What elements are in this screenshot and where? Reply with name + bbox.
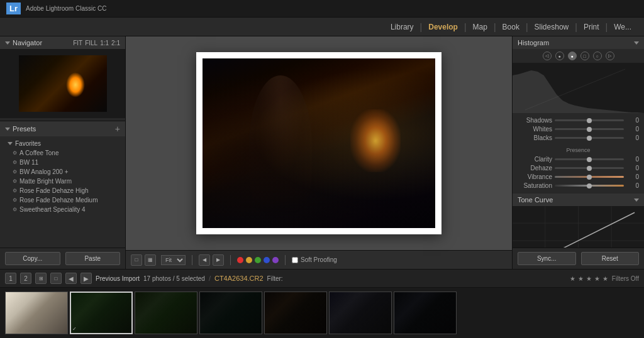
preset-icon-6: ⚙ bbox=[13, 197, 17, 203]
purple-label-dot[interactable] bbox=[272, 257, 279, 263]
tone-curve-header[interactable]: Tone Curve bbox=[513, 194, 644, 206]
preset-icon-3: ⚙ bbox=[13, 169, 17, 175]
histogram-header[interactable]: Histogram bbox=[513, 36, 644, 49]
zoom-fill[interactable]: FILL bbox=[85, 40, 97, 46]
toolbar-sep-1 bbox=[192, 255, 192, 265]
blue-label-dot[interactable] bbox=[264, 257, 270, 263]
clarity-slider[interactable] bbox=[555, 158, 624, 160]
histogram-area bbox=[513, 63, 644, 113]
filmstrip-thumb-3[interactable] bbox=[135, 292, 197, 334]
filmstrip-next-btn[interactable]: ▶ bbox=[80, 273, 92, 284]
zoom-2-1[interactable]: 2:1 bbox=[111, 40, 120, 46]
main-area: Navigator FIT FILL 1:1 2:1 Presets bbox=[0, 36, 644, 269]
green-label-dot[interactable] bbox=[255, 257, 261, 263]
presets-add-icon[interactable]: + bbox=[115, 124, 120, 134]
saturation-row: Saturation 0 bbox=[518, 182, 639, 189]
reset-button[interactable]: Reset bbox=[581, 252, 640, 265]
nav-slideshow[interactable]: Slideshow bbox=[528, 18, 575, 36]
vibrance-label: Vibrance bbox=[518, 173, 552, 180]
blacks-slider[interactable] bbox=[555, 137, 624, 139]
filter-star-1[interactable]: ★ bbox=[570, 275, 575, 282]
preset-icon: ⚙ bbox=[13, 150, 17, 156]
filmstrip-loupe-btn[interactable]: □ bbox=[50, 273, 62, 284]
preset-name-2: BW 11 bbox=[19, 159, 38, 166]
presets-header[interactable]: Presets + bbox=[0, 121, 125, 136]
filmstrip-thumb-4[interactable] bbox=[199, 292, 262, 334]
preset-rose-medium[interactable]: ⚙ Rose Fade Dehaze Medium bbox=[0, 195, 125, 205]
filter-star-3[interactable]: ★ bbox=[586, 275, 592, 282]
yellow-label-dot[interactable] bbox=[246, 257, 252, 263]
preset-bw11[interactable]: ⚙ BW 11 bbox=[0, 158, 125, 167]
filmstrip: ✓ bbox=[0, 288, 644, 338]
prev-photo-btn[interactable]: ◀ bbox=[199, 254, 210, 266]
main-photo-frame bbox=[196, 52, 441, 234]
zoom-select[interactable]: Fit Fill 1:1 bbox=[161, 255, 186, 265]
preset-matte-bright[interactable]: ⚙ Matte Bright Warm bbox=[0, 177, 125, 186]
nav-bar: Library | Develop | Map | Book | Slidesh… bbox=[0, 18, 644, 36]
preset-sweetheart[interactable]: ⚙ Sweetheart Speciality 4 bbox=[0, 205, 125, 214]
tone-curve-svg bbox=[513, 206, 644, 248]
nav-web[interactable]: We... bbox=[608, 18, 638, 36]
right-panel: Histogram ◁ ● ● □ ○ ▷ bbox=[512, 36, 644, 269]
favorites-collapse-icon bbox=[8, 142, 13, 145]
preset-rose-high[interactable]: ⚙ Rose Fade Dehaze High bbox=[0, 186, 125, 195]
filter-star-5[interactable]: ★ bbox=[602, 275, 608, 282]
copy-button[interactable]: Copy... bbox=[5, 252, 60, 265]
filmstrip-prev-btn[interactable]: ◀ bbox=[65, 273, 77, 284]
preset-coffee-tone[interactable]: ⚙ A Coffee Tone bbox=[0, 148, 125, 158]
histogram-collapse-icon bbox=[634, 41, 639, 45]
clipping-highlights-icon[interactable]: ▷ bbox=[606, 52, 614, 60]
filmstrip-thumb-6[interactable] bbox=[329, 292, 392, 334]
next-photo-btn[interactable]: ▶ bbox=[213, 254, 224, 266]
app-title: Adobe Lightroom Classic CC bbox=[26, 5, 106, 12]
shadows-slider[interactable] bbox=[555, 119, 624, 121]
before-after-btn[interactable]: ▦ bbox=[145, 254, 156, 266]
clipping-shadows-icon[interactable]: ◁ bbox=[543, 52, 552, 60]
nav-group: ◀ ▶ bbox=[199, 254, 224, 266]
filter-star-2[interactable]: ★ bbox=[578, 275, 584, 282]
filmstrip-source-label: Previous Import bbox=[96, 275, 140, 282]
filmstrip-grid-btn[interactable]: ⊞ bbox=[35, 273, 47, 284]
main-photo bbox=[203, 58, 435, 228]
filmstrip-page-2-btn[interactable]: 2 bbox=[20, 273, 31, 284]
presence-title: Presence bbox=[518, 147, 639, 153]
whites-slider[interactable] bbox=[555, 128, 624, 130]
vibrance-slider[interactable] bbox=[555, 176, 624, 178]
paste-button[interactable]: Paste bbox=[65, 252, 121, 265]
sync-button[interactable]: Sync... bbox=[518, 252, 576, 265]
channel-circle-icon[interactable]: ○ bbox=[593, 52, 602, 60]
vibrance-thumb bbox=[587, 175, 592, 180]
filter-star-4[interactable]: ★ bbox=[594, 275, 600, 282]
nav-library[interactable]: Library bbox=[384, 18, 420, 36]
presets-section: Presets + Favorites ⚙ A Coffee Tone ⚙ BW… bbox=[0, 121, 125, 248]
dehaze-slider[interactable] bbox=[555, 167, 624, 169]
preset-name-6: Rose Fade Dehaze Medium bbox=[19, 197, 98, 204]
filmstrip-filename[interactable]: CT4A2634.CR2 bbox=[214, 275, 264, 282]
zoom-fit[interactable]: FIT bbox=[73, 40, 82, 46]
filmstrip-thumb-1[interactable] bbox=[5, 292, 68, 334]
preset-bw-analog[interactable]: ⚙ BW Analog 200 + bbox=[0, 167, 125, 177]
navigator-header[interactable]: Navigator FIT FILL 1:1 2:1 bbox=[0, 36, 125, 49]
nav-book[interactable]: Book bbox=[496, 18, 526, 36]
soft-proofing-label: Soft Proofing bbox=[301, 256, 337, 263]
filmstrip-thumb-5[interactable] bbox=[264, 292, 327, 334]
red-label-dot[interactable] bbox=[237, 257, 243, 263]
saturation-slider[interactable] bbox=[555, 185, 624, 187]
filmstrip-thumb-7[interactable] bbox=[394, 292, 457, 334]
title-bar: Lr Adobe Lightroom Classic CC bbox=[0, 0, 644, 18]
loupe-view-btn[interactable]: □ bbox=[131, 254, 142, 266]
zoom-1-1[interactable]: 1:1 bbox=[100, 40, 109, 46]
presets-list: Favorites ⚙ A Coffee Tone ⚙ BW 11 ⚙ BW A… bbox=[0, 136, 125, 248]
soft-proofing-checkbox[interactable] bbox=[292, 257, 298, 263]
nav-print[interactable]: Print bbox=[577, 18, 606, 36]
navigator-image bbox=[19, 55, 107, 112]
saturation-label: Saturation bbox=[518, 182, 552, 189]
channel-rect-icon[interactable]: □ bbox=[580, 52, 589, 60]
nav-map[interactable]: Map bbox=[467, 18, 494, 36]
filmstrip-page-1-btn[interactable]: 1 bbox=[5, 273, 16, 284]
filmstrip-thumb-2[interactable]: ✓ bbox=[70, 292, 133, 334]
nav-develop[interactable]: Develop bbox=[422, 18, 464, 36]
filmstrip-thumb-4-inner bbox=[200, 292, 262, 334]
channel-active-icon[interactable]: ● bbox=[568, 52, 577, 60]
filmstrip-filter-label: Filter: bbox=[267, 275, 283, 282]
